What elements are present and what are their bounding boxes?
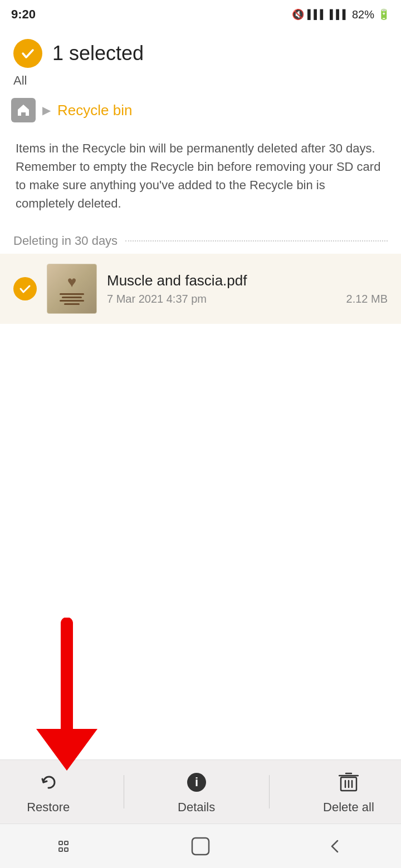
signal-icon: ▌▌▌ [307,9,326,19]
mute-icon: 🔇 [292,8,304,21]
delete-all-label: Delete all [323,800,374,815]
recycle-bin-label[interactable]: Recycle bin [57,102,132,119]
file-thumbnail: ♥ [47,264,97,314]
details-label: Details [178,800,215,815]
thumbnail-lines [60,293,84,305]
svg-rect-14 [192,838,209,855]
file-info: Muscle and fascia.pdf 7 Mar 2021 4:37 pm… [107,272,388,305]
file-date: 7 Mar 2021 4:37 pm [107,293,207,305]
status-time: 9:20 [11,7,36,22]
delete-all-button[interactable]: Delete all [323,769,374,815]
svg-rect-11 [65,841,68,845]
file-checkbox[interactable] [13,277,37,300]
details-button[interactable]: i Details [178,769,215,815]
svg-rect-13 [65,848,68,851]
info-text: Items in the Recycle bin will be permane… [0,128,401,228]
breadcrumb: ▶ Recycle bin [0,92,401,128]
details-icon: i [183,769,210,796]
deleting-label: Deleting in 30 days [13,234,118,248]
status-bar: 9:20 🔇 ▌▌▌ ▌▌▌ 82% 🔋 [0,0,401,29]
svg-rect-10 [59,841,62,845]
all-label: All [0,73,401,92]
battery-icon: 🔋 [378,8,390,21]
selection-header: 1 selected [0,29,401,73]
toolbar-divider-2 [269,775,270,808]
signal-icon-2: ▌▌▌ [330,9,349,19]
breadcrumb-arrow-icon: ▶ [42,103,51,117]
home-icon[interactable] [11,98,36,122]
divider-dots [125,240,388,241]
select-all-button[interactable] [13,39,42,68]
thumbnail-heart-icon: ♥ [67,273,77,291]
svg-rect-12 [59,848,62,851]
restore-button[interactable]: Restore [27,769,70,815]
divider-row: Deleting in 30 days [0,228,401,254]
file-size: 2.12 MB [346,293,388,305]
restore-label: Restore [27,800,70,815]
svg-marker-1 [36,729,97,771]
file-meta: 7 Mar 2021 4:37 pm 2.12 MB [107,293,388,305]
toolbar-divider-1 [124,775,124,808]
delete-all-icon [335,769,362,796]
nav-menu-button[interactable] [45,832,89,860]
status-icons: 🔇 ▌▌▌ ▌▌▌ 82% 🔋 [292,8,390,21]
selected-count: 1 selected [52,42,388,65]
battery-text: 82% [352,8,374,21]
nav-back-button[interactable] [312,832,356,860]
svg-text:i: i [195,775,198,789]
file-name: Muscle and fascia.pdf [107,272,388,289]
file-list-item[interactable]: ♥ Muscle and fascia.pdf 7 Mar 2021 4:37 … [0,254,401,324]
nav-bar [0,823,401,868]
arrow-annotation [31,618,97,776]
nav-home-button[interactable] [178,832,223,860]
